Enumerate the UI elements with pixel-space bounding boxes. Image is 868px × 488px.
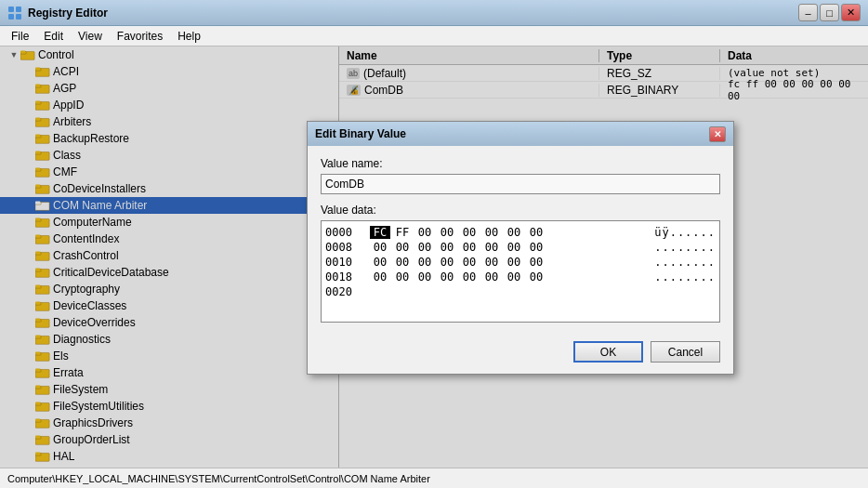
hex-byte[interactable]: 00 xyxy=(392,256,413,269)
hex-byte[interactable]: 00 xyxy=(437,241,457,254)
hex-byte[interactable]: 00 xyxy=(481,270,502,284)
hex-byte[interactable]: 00 xyxy=(392,270,413,284)
hex-byte[interactable]: FC xyxy=(370,226,390,239)
hex-byte[interactable]: 00 xyxy=(414,256,435,269)
hex-row: 0020 xyxy=(325,284,716,299)
hex-addr: 0018 xyxy=(325,270,364,284)
hex-bytes: 0000000000000000 xyxy=(370,256,647,269)
cancel-button[interactable]: Cancel xyxy=(651,341,720,363)
hex-addr: 0008 xyxy=(325,241,364,254)
dialog-body: Value name: Value data: 0000 FCFF0000000… xyxy=(308,146,733,334)
hex-byte[interactable]: 00 xyxy=(414,270,435,284)
hex-bytes: 0000000000000000 xyxy=(370,241,647,254)
hex-byte[interactable]: 00 xyxy=(504,226,524,239)
title-bar: Registry Editor – □ ✕ xyxy=(0,0,868,26)
hex-byte[interactable]: 00 xyxy=(437,270,457,284)
menu-bar: File Edit View Favorites Help xyxy=(0,26,868,46)
hex-byte[interactable]: 00 xyxy=(504,256,524,269)
hex-byte[interactable]: 00 xyxy=(459,226,480,239)
status-bar: Computer\HKEY_LOCAL_MACHINE\SYSTEM\Curre… xyxy=(0,468,868,488)
dialog-title-bar: Edit Binary Value ✕ xyxy=(308,122,733,146)
dialog-footer: OK Cancel xyxy=(308,334,733,374)
window-title: Registry Editor xyxy=(28,7,798,20)
menu-favorites[interactable]: Favorites xyxy=(110,28,170,45)
hex-byte[interactable]: FF xyxy=(392,226,413,239)
hex-byte[interactable]: 00 xyxy=(526,241,546,254)
hex-byte[interactable]: 00 xyxy=(370,270,390,284)
hex-row: 0010 0000000000000000 ........ xyxy=(325,255,716,270)
hex-row: 0008 0000000000000000 ........ xyxy=(325,240,716,255)
hex-byte[interactable]: 00 xyxy=(459,256,480,269)
hex-ascii: ........ xyxy=(654,241,716,254)
app-icon xyxy=(7,6,22,20)
value-data-label: Value data: xyxy=(321,204,720,217)
menu-view[interactable]: View xyxy=(71,28,110,45)
hex-byte[interactable]: 00 xyxy=(370,241,390,254)
hex-byte[interactable]: 00 xyxy=(481,256,502,269)
hex-bytes: 0000000000000000 xyxy=(370,270,647,284)
hex-byte[interactable]: 00 xyxy=(437,256,457,269)
value-name-input[interactable] xyxy=(321,174,720,194)
hex-byte[interactable]: 00 xyxy=(414,226,435,239)
status-text: Computer\HKEY_LOCAL_MACHINE\SYSTEM\Curre… xyxy=(7,473,430,484)
svg-rect-2 xyxy=(8,14,14,20)
hex-ascii: ........ xyxy=(654,256,716,269)
hex-byte[interactable]: 00 xyxy=(526,226,546,239)
hex-byte[interactable]: 00 xyxy=(504,270,524,284)
hex-byte[interactable]: 00 xyxy=(526,270,546,284)
close-button[interactable]: ✕ xyxy=(841,4,861,21)
dialog-close-button[interactable]: ✕ xyxy=(709,126,726,142)
hex-bytes: FCFF000000000000 xyxy=(370,226,647,239)
value-name-label: Value name: xyxy=(321,157,720,170)
hex-byte[interactable]: 00 xyxy=(437,226,457,239)
svg-rect-1 xyxy=(16,7,21,12)
hex-ascii: üÿ...... xyxy=(654,226,716,239)
menu-file[interactable]: File xyxy=(4,28,36,45)
hex-addr: 0020 xyxy=(325,285,364,298)
hex-byte[interactable]: 00 xyxy=(526,256,546,269)
hex-byte[interactable]: 00 xyxy=(459,270,480,284)
ok-button[interactable]: OK xyxy=(573,341,643,363)
hex-byte[interactable]: 00 xyxy=(459,241,480,254)
hex-byte[interactable]: 00 xyxy=(414,241,435,254)
dialog-title: Edit Binary Value xyxy=(315,127,709,140)
hex-ascii: ........ xyxy=(654,270,716,284)
hex-byte[interactable]: 00 xyxy=(481,241,502,254)
hex-addr: 0000 xyxy=(325,226,364,239)
hex-byte[interactable]: 00 xyxy=(392,241,413,254)
svg-rect-3 xyxy=(16,14,21,20)
menu-help[interactable]: Help xyxy=(170,28,208,45)
hex-row: 0018 0000000000000000 ........ xyxy=(325,270,716,284)
hex-grid[interactable]: 0000 FCFF000000000000 üÿ...... 0008 0000… xyxy=(321,220,720,323)
minimize-button[interactable]: – xyxy=(798,4,818,21)
window-controls: – □ ✕ xyxy=(798,4,861,21)
hex-byte[interactable]: 00 xyxy=(481,226,502,239)
hex-byte[interactable]: 00 xyxy=(370,256,390,269)
edit-binary-dialog: Edit Binary Value ✕ Value name: Value da… xyxy=(307,121,734,375)
hex-byte[interactable]: 00 xyxy=(504,241,524,254)
svg-rect-0 xyxy=(8,7,14,12)
hex-addr: 0010 xyxy=(325,256,364,269)
restore-button[interactable]: □ xyxy=(820,4,839,21)
menu-edit[interactable]: Edit xyxy=(36,28,71,45)
hex-row: 0000 FCFF000000000000 üÿ...... xyxy=(325,225,716,240)
